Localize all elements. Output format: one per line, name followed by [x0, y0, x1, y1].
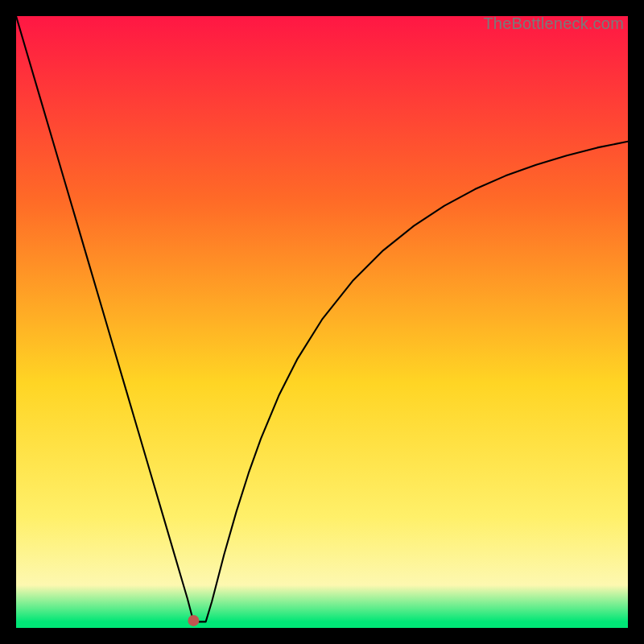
gradient-background	[16, 16, 628, 628]
plot-area: TheBottleneck.com	[16, 16, 628, 628]
optimal-point-marker	[188, 615, 199, 626]
chart-frame: TheBottleneck.com	[0, 0, 644, 644]
bottleneck-plot	[16, 16, 628, 628]
watermark-label: TheBottleneck.com	[483, 14, 624, 33]
